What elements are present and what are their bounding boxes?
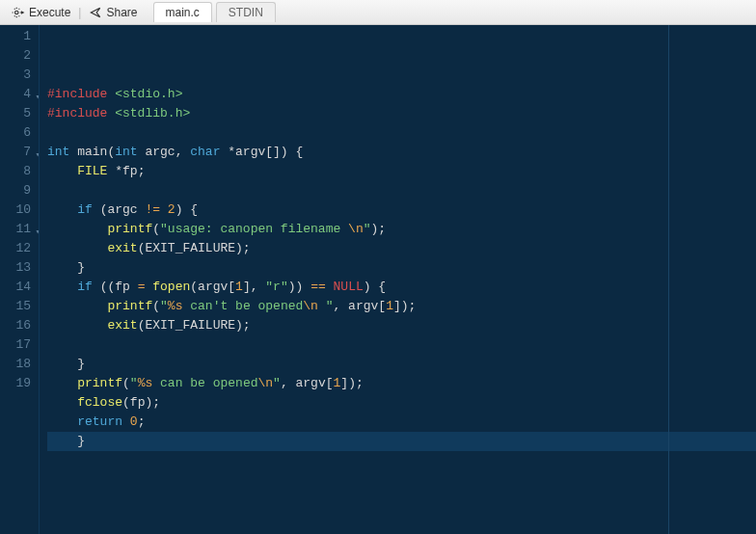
svg-point-0 — [15, 11, 19, 14]
code-token: ]); — [340, 376, 363, 390]
line-number: 1 — [0, 27, 39, 46]
code-token: != — [145, 202, 160, 217]
code-line[interactable]: if ((fp = fopen(argv[1], "r")) == NULL) … — [47, 278, 756, 297]
line-number: 11▾ — [0, 220, 39, 239]
code-token: fclose — [77, 395, 122, 410]
code-token — [47, 395, 77, 410]
code-line[interactable] — [47, 181, 756, 200]
code-token: printf — [107, 222, 152, 236]
code-token: exit — [107, 318, 137, 333]
tab-bar: main.c STDIN — [153, 2, 276, 22]
tab-main-c[interactable]: main.c — [153, 2, 212, 22]
code-token: exit — [107, 241, 137, 255]
code-line[interactable]: } — [47, 355, 756, 374]
code-token: 0 — [130, 414, 138, 429]
code-token — [47, 202, 77, 217]
code-token — [122, 414, 130, 429]
code-token — [47, 222, 107, 236]
code-line[interactable]: fclose(fp); — [47, 393, 756, 413]
code-token: can be opened — [152, 376, 257, 390]
line-number: 4▾ — [0, 85, 39, 104]
code-token: \n — [303, 299, 318, 313]
code-token: argc, — [138, 145, 191, 159]
code-token: \n — [348, 222, 364, 236]
code-line[interactable]: } — [47, 258, 756, 278]
tab-stdin[interactable]: STDIN — [216, 2, 276, 22]
code-token — [47, 414, 77, 429]
code-line[interactable]: #include <stdio.h> — [47, 85, 756, 104]
code-token: " — [318, 299, 334, 313]
code-token: if — [77, 280, 93, 294]
code-token: , argv[ — [334, 299, 387, 313]
line-number: 2 — [0, 46, 39, 66]
tab-label: STDIN — [229, 6, 263, 19]
line-number: 15 — [0, 297, 39, 316]
code-token: main( — [69, 145, 115, 159]
code-token: (EXIT_FAILURE); — [138, 318, 251, 333]
code-token — [47, 241, 107, 255]
code-token: 2 — [168, 202, 176, 217]
code-area[interactable]: #include <stdio.h>#include <stdlib.h> in… — [39, 25, 756, 534]
code-token: FILE — [77, 164, 107, 178]
share-icon — [89, 6, 102, 19]
code-editor[interactable]: 1234▾567▾891011▾1213141516171819 #includ… — [0, 25, 756, 534]
line-number: 10 — [0, 200, 39, 220]
code-token: " — [130, 376, 138, 390]
code-token: <stdio.h> — [115, 87, 182, 101]
code-token: " — [364, 222, 371, 236]
code-line[interactable]: printf("%s can't be opened\n ", argv[1])… — [47, 297, 756, 316]
toolbar-separator: | — [78, 6, 81, 19]
code-line[interactable]: if (argc != 2) { — [47, 200, 756, 220]
share-button[interactable]: Share — [83, 4, 143, 21]
code-line[interactable]: printf("%s can be opened\n", argv[1]); — [47, 374, 756, 393]
code-line[interactable]: FILE *fp; — [47, 162, 756, 181]
code-token: ]); — [393, 299, 416, 313]
code-token: can't be opened — [182, 299, 303, 313]
code-line[interactable] — [47, 123, 756, 143]
line-number: 13 — [0, 258, 39, 278]
code-token: <stdlib.h> — [115, 106, 190, 120]
line-number: 14 — [0, 278, 39, 297]
code-token: (EXIT_FAILURE); — [138, 241, 251, 255]
code-token: #include — [47, 87, 115, 101]
code-token: "r" — [265, 280, 287, 294]
code-token — [47, 164, 77, 178]
code-token: ; — [138, 414, 146, 429]
code-line[interactable]: int main(int argc, char *argv[]) { — [47, 143, 756, 162]
code-token: ) { — [364, 280, 386, 294]
code-line[interactable]: exit(EXIT_FAILURE); — [47, 239, 756, 258]
code-token: ); — [371, 222, 387, 236]
code-token — [47, 299, 107, 313]
code-line[interactable]: printf("usage: canopen filename \n"); — [47, 220, 756, 239]
share-label: Share — [106, 6, 137, 19]
code-token: (argc — [93, 202, 146, 217]
code-token: " — [273, 376, 281, 390]
code-token: 1 — [235, 280, 243, 294]
code-token: fopen — [152, 280, 190, 294]
code-line[interactable]: return 0; — [47, 413, 756, 432]
code-token: (fp); — [122, 395, 160, 410]
line-number: 16 — [0, 316, 39, 335]
code-line[interactable] — [47, 335, 756, 355]
code-token: int — [115, 145, 137, 159]
line-number: 7▾ — [0, 143, 39, 162]
line-number: 19 — [0, 374, 39, 393]
code-token: ( — [152, 299, 160, 313]
code-token: return — [77, 414, 122, 429]
code-token: *argv[]) { — [220, 145, 303, 159]
code-token: printf — [77, 376, 122, 390]
line-number: 17 — [0, 335, 39, 355]
code-token: ) { — [176, 202, 198, 217]
code-token — [47, 280, 77, 294]
code-line[interactable]: #include <stdlib.h> — [47, 104, 756, 123]
execute-button[interactable]: Execute — [6, 4, 76, 21]
code-token: ( — [152, 222, 160, 236]
code-token: , argv[ — [281, 376, 334, 390]
line-number: 9 — [0, 181, 39, 200]
code-token: "usage: canopen filename — [160, 222, 348, 236]
code-line[interactable]: } — [47, 432, 756, 451]
code-token: if — [77, 202, 93, 217]
code-token: printf — [107, 299, 152, 313]
code-line[interactable]: exit(EXIT_FAILURE); — [47, 316, 756, 335]
line-number: 6 — [0, 123, 39, 143]
